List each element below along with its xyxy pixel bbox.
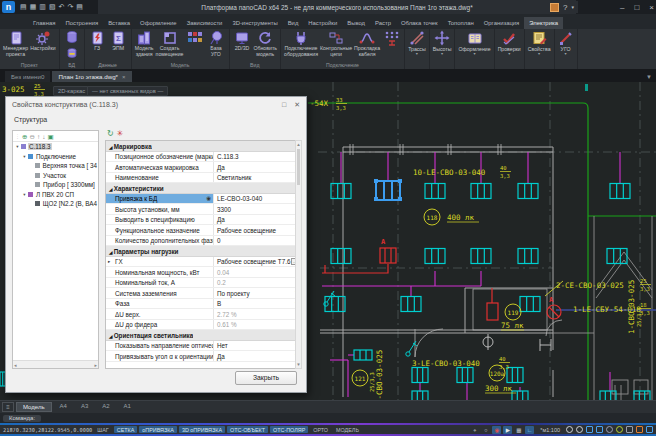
minimize-button[interactable]: –: [620, 3, 624, 12]
ribbon-button-Прокладка[interactable]: Прокладкакабеля: [353, 30, 381, 58]
dialog-title-bar[interactable]: Свойства конструктива (С.118.3) □ ✕: [6, 97, 306, 112]
ribbon-button-Создать[interactable]: Создатьпомещение: [155, 30, 185, 58]
property-group-row[interactable]: ◢ Ориентация светильника: [106, 330, 301, 341]
new-file-icon[interactable]: ▤: [20, 1, 27, 13]
move-down-icon[interactable]: ↓: [42, 132, 45, 141]
tree-item[interactable]: Прибор [ 3300мм]: [13, 180, 98, 190]
layout-tab-A2[interactable]: A2: [96, 402, 115, 412]
compass-icon[interactable]: [606, 426, 613, 433]
ruler-icon[interactable]: ∟: [525, 426, 534, 434]
light-fixture[interactable]: [512, 391, 528, 400]
property-value[interactable]: 0: [214, 236, 301, 246]
tree-item[interactable]: Участок: [13, 171, 98, 181]
property-value[interactable]: Да▼: [214, 351, 301, 361]
light-fixture[interactable]: [507, 368, 523, 383]
ribbon-tool-Трассы[interactable]: Трассы▾: [405, 29, 430, 69]
table-icon[interactable]: ▦: [514, 426, 523, 434]
property-row[interactable]: ΔU до фидера0.61 %: [106, 320, 301, 331]
ribbon-button-dots[interactable]: [381, 30, 402, 46]
light-fixture[interactable]: [471, 184, 491, 199]
property-value[interactable]: LE-CBO-03-040▼: [214, 194, 301, 204]
drawing-canvas[interactable]: 3-025 25 3,3 -54X 33 3,3 10-LE-CBO-03-04…: [0, 82, 656, 400]
document-tab[interactable]: Без имени0: [5, 71, 50, 82]
ribbon-button-Подключение[interactable]: Подключениеоборудования: [283, 30, 319, 58]
close-button[interactable]: ×: [649, 3, 654, 12]
property-row[interactable]: Функциональное назначениеРабочее освещен…: [106, 225, 301, 236]
light-fixture[interactable]: [518, 184, 538, 199]
property-value[interactable]: 0.61 %: [214, 320, 301, 330]
light-fixture[interactable]: [331, 249, 351, 264]
ribbon-tool-Оформление[interactable]: Оформление▾: [455, 29, 494, 69]
zoom-window-icon[interactable]: [596, 426, 603, 433]
tree-horizontal-scrollbar[interactable]: ◂▸: [13, 360, 98, 368]
property-value[interactable]: B▼: [214, 299, 301, 309]
property-row[interactable]: Номинальная мощность, кВт0.04: [106, 267, 301, 278]
property-value[interactable]: Нет▼: [214, 341, 301, 351]
property-row[interactable]: Автоматическая маркировкаДа▼: [106, 162, 301, 173]
tab-list-dropdown-icon[interactable]: ▼: [646, 74, 652, 80]
light-fixture[interactable]: [520, 297, 540, 312]
ribbon-tab-Главная[interactable]: Главная: [28, 17, 60, 29]
light-fixture[interactable]: [518, 249, 538, 264]
status-circle-icon[interactable]: [616, 426, 623, 433]
light-fixture[interactable]: [471, 249, 491, 264]
zoom-icon[interactable]: [576, 426, 583, 433]
ribbon-tab-Построения[interactable]: Построения: [60, 17, 103, 29]
move-up-icon[interactable]: ↑: [37, 132, 40, 141]
ribbon-button-Настройки[interactable]: Настройки: [29, 30, 56, 52]
property-row[interactable]: ▸ГХРабочее освещение Т7.6▼…: [106, 257, 301, 268]
property-row[interactable]: Показывать направление оптическо...Нет▼: [106, 341, 301, 352]
cursor-icon[interactable]: ▶: [503, 426, 512, 434]
property-row[interactable]: Позиционное обозначение (маркир...С.118.…: [106, 152, 301, 163]
property-value[interactable]: 0.04: [214, 267, 301, 277]
light-fixture[interactable]: [425, 184, 445, 199]
redo-icon[interactable]: ↷: [67, 1, 73, 13]
status-toggle-СЕТКА[interactable]: СЕТКА: [114, 426, 138, 433]
light-fixture[interactable]: [412, 368, 428, 383]
open-file-icon[interactable]: ▦: [30, 1, 37, 13]
layout-tab-A4[interactable]: A4: [54, 402, 73, 412]
property-row[interactable]: ΔU верх.2.72 %: [106, 309, 301, 320]
tree-item[interactable]: ЩО2 [N2.2 (В, ВА4: [13, 199, 98, 209]
ribbon-button-2D/3D[interactable]: 2D/3D: [232, 30, 253, 52]
viewport-visual-style-button[interactable]: 2D-каркас: [53, 86, 90, 96]
dialog-maximize-icon[interactable]: □: [282, 101, 286, 108]
property-row[interactable]: Номинальный ток, А0.2: [106, 278, 301, 289]
ribbon-tab-Облака точек[interactable]: Облака точек: [396, 17, 443, 29]
bulb-icon[interactable]: ○: [481, 426, 490, 434]
expander-icon[interactable]: ▾: [15, 144, 20, 149]
property-row[interactable]: НаименованиеСветильник: [106, 173, 301, 184]
status-toggle-ОТС-ПОЛЯР[interactable]: ОТС-ПОЛЯР: [270, 426, 308, 433]
ribbon-tab-Вывод[interactable]: Вывод: [342, 17, 370, 29]
ribbon-tab-Зависимости[interactable]: Зависимости: [182, 17, 228, 29]
property-group-row[interactable]: ◢ Характеристики: [106, 183, 301, 194]
light-fixture[interactable]: [600, 391, 616, 400]
ribbon-tool-УГО[interactable]: УГО▾: [555, 29, 578, 69]
property-value[interactable]: 3300: [214, 204, 301, 214]
row-expander-icon[interactable]: ▸: [108, 259, 110, 264]
layout-tab-Модель[interactable]: Модель: [16, 402, 52, 412]
command-prompt[interactable]: Команда:: [3, 415, 41, 422]
property-value[interactable]: Рабочее освещение▼: [214, 225, 301, 235]
viewport-linked-views-button[interactable]: — нет связанных видов —: [87, 86, 168, 96]
ribbon-tab-Вставка[interactable]: Вставка: [103, 17, 135, 29]
maximize-button[interactable]: □: [634, 3, 639, 12]
property-group-row[interactable]: ◢ Маркировка: [106, 141, 301, 152]
light-fixture[interactable]: [401, 297, 421, 312]
ribbon-tab-Вид[interactable]: Вид: [283, 17, 304, 29]
tree-item[interactable]: ▾Подключение: [13, 152, 98, 162]
layout-tab-A3[interactable]: A3: [75, 402, 94, 412]
dialog-close-icon[interactable]: ✕: [294, 101, 300, 109]
property-row[interactable]: ФазаB▼: [106, 299, 301, 310]
property-value[interactable]: С.118.3: [214, 152, 301, 162]
add-icon[interactable]: ⊕: [22, 132, 27, 141]
grid-vertical-scrollbar[interactable]: ▲ ▼: [295, 140, 302, 369]
ribbon-button-ГЗ[interactable]: ГЗ: [87, 30, 108, 52]
property-value[interactable]: 0.2: [214, 278, 301, 288]
property-row[interactable]: Выводить в спецификациюДа▼: [106, 215, 301, 226]
property-row[interactable]: Высота установки, мм3300: [106, 204, 301, 215]
command-bar[interactable]: Команда:: [0, 413, 656, 423]
status-toggle-3D оПРИВЯЗКА[interactable]: 3D оПРИВЯЗКА: [179, 426, 225, 433]
save-all-icon[interactable]: ▧: [49, 1, 56, 13]
property-row[interactable]: Количество дополнительных фазн...0: [106, 236, 301, 247]
